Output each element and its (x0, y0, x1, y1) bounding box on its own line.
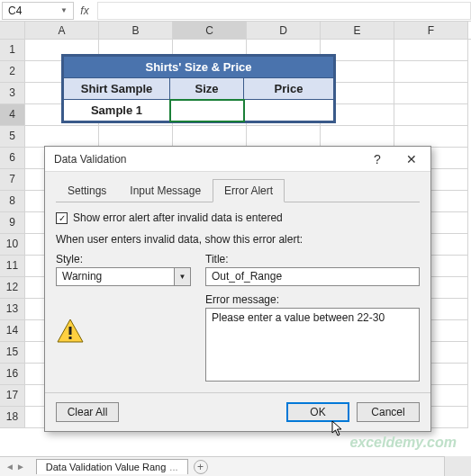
data-table: Shirts' Size & Price Shirt Sample Size P… (61, 54, 336, 123)
sheet-tab-bar: ◄► Data Validation Value Rang... + (0, 456, 471, 476)
row-header[interactable]: 9 (0, 212, 25, 234)
style-dropdown[interactable]: Warning ▼ (56, 267, 191, 286)
table-header: Price (244, 78, 334, 100)
row-header[interactable]: 2 (0, 61, 25, 83)
col-header[interactable]: E (321, 22, 394, 39)
warning-icon (56, 317, 85, 346)
name-box[interactable]: C4 ▼ (2, 2, 74, 20)
help-button[interactable]: ? (360, 148, 394, 171)
row-header[interactable]: 4 (0, 104, 25, 126)
clear-all-button[interactable]: Clear All (56, 402, 119, 422)
table-title: Shirts' Size & Price (64, 57, 334, 78)
row-header[interactable]: 8 (0, 191, 25, 212)
errmsg-label: Error message: (205, 293, 420, 306)
col-header[interactable]: B (99, 22, 173, 39)
sub-header: When user enters invalid data, show this… (56, 233, 420, 246)
error-message-textarea[interactable]: Please enter a value between 22-30 (205, 308, 420, 382)
ok-button[interactable]: OK (286, 402, 349, 422)
tab-input-message[interactable]: Input Message (118, 179, 213, 202)
sheet-nav[interactable]: ◄► (0, 462, 31, 472)
row-header[interactable]: 10 (0, 234, 25, 256)
formula-bar: C4 ▼ fx (0, 0, 471, 22)
col-header[interactable]: A (25, 22, 99, 39)
row-header[interactable]: 3 (0, 83, 25, 104)
horizontal-scrollbar[interactable] (444, 456, 471, 476)
select-all-corner[interactable] (0, 22, 25, 39)
tab-error-alert[interactable]: Error Alert (213, 179, 285, 202)
show-error-checkbox[interactable]: ✓ (56, 212, 68, 224)
row-header[interactable]: 6 (0, 148, 25, 169)
title-input[interactable]: Out_of_Range (205, 267, 420, 286)
col-header[interactable]: D (247, 22, 321, 39)
chevron-down-icon: ▼ (174, 268, 190, 285)
checkbox-label: Show error alert after invalid data is e… (73, 211, 283, 224)
watermark: exceldemy.com (349, 435, 457, 451)
cancel-button[interactable]: Cancel (357, 402, 420, 422)
dialog-title: Data Validation (54, 153, 127, 166)
row-header[interactable]: 18 (0, 407, 25, 428)
row-header[interactable]: 17 (0, 385, 25, 407)
row-header[interactable]: 16 (0, 364, 25, 385)
dialog-tabs: Settings Input Message Error Alert (56, 179, 420, 202)
dialog-titlebar[interactable]: Data Validation ? ✕ (45, 147, 430, 172)
table-cell[interactable]: Sample 1 (64, 100, 170, 121)
column-headers: A B C D E F (0, 22, 471, 40)
sheet-tab[interactable]: Data Validation Value Rang... (36, 459, 188, 474)
name-box-value: C4 (8, 4, 22, 17)
active-cell[interactable] (170, 100, 244, 121)
row-header[interactable]: 15 (0, 342, 25, 364)
row-header[interactable]: 14 (0, 320, 25, 342)
fx-icon[interactable]: fx (76, 4, 94, 17)
row-header[interactable]: 12 (0, 277, 25, 299)
add-sheet-button[interactable]: + (194, 460, 208, 474)
row-header[interactable]: 1 (0, 40, 25, 61)
table-cell[interactable] (244, 100, 334, 121)
table-header: Size (170, 78, 244, 100)
style-label: Style: (56, 253, 191, 265)
table-header: Shirt Sample (64, 78, 170, 100)
row-header[interactable]: 13 (0, 299, 25, 320)
svg-rect-1 (69, 327, 72, 335)
row-header[interactable]: 5 (0, 126, 25, 148)
chevron-down-icon[interactable]: ▼ (60, 6, 68, 14)
close-button[interactable]: ✕ (394, 148, 429, 171)
row-header[interactable]: 11 (0, 256, 25, 277)
data-validation-dialog: Data Validation ? ✕ Settings Input Messa… (44, 146, 431, 432)
col-header[interactable]: C (173, 22, 247, 39)
style-value: Warning (57, 268, 174, 285)
formula-input[interactable] (97, 2, 471, 20)
row-header[interactable]: 7 (0, 169, 25, 191)
col-header[interactable]: F (394, 22, 468, 39)
tab-settings[interactable]: Settings (56, 179, 118, 202)
svg-rect-2 (69, 337, 72, 339)
title-label: Title: (205, 253, 420, 265)
